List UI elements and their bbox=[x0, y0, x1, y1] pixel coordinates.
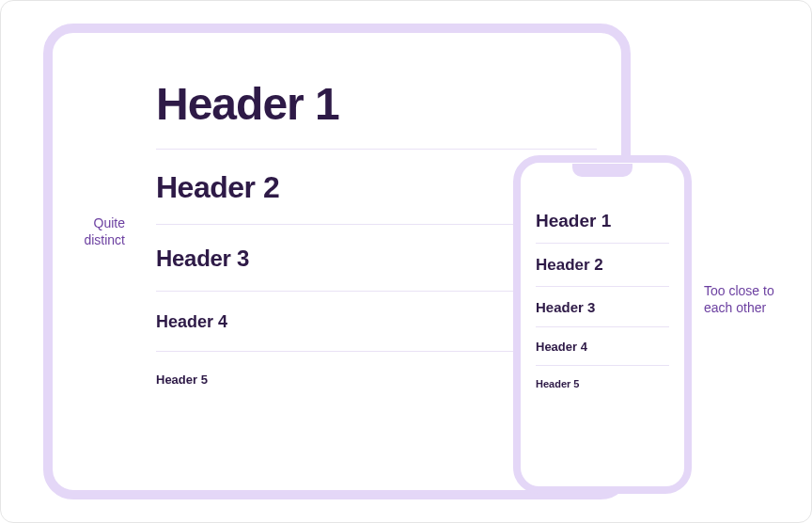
phone-content: Header 1 Header 2 Header 3 Header 4 Head… bbox=[536, 198, 669, 469]
phone-header-3: Header 3 bbox=[536, 299, 669, 315]
phone-h1-row: Header 1 bbox=[536, 198, 669, 243]
phone-header-1: Header 1 bbox=[536, 211, 669, 231]
diagram-stage: Header 1 Header 2 Header 3 Header 4 Head… bbox=[1, 1, 811, 522]
phone-device: Header 1 Header 2 Header 3 Header 4 Head… bbox=[513, 155, 692, 494]
phone-h3-row: Header 3 bbox=[536, 287, 669, 326]
phone-h2-row: Header 2 bbox=[536, 244, 669, 286]
phone-h5-row: Header 5 bbox=[536, 366, 669, 401]
tablet-h1-row: Header 1 bbox=[156, 57, 597, 149]
phone-header-5: Header 5 bbox=[536, 378, 669, 389]
phone-header-2: Header 2 bbox=[536, 256, 669, 275]
phone-h4-row: Header 4 bbox=[536, 327, 669, 365]
tablet-header-1: Header 1 bbox=[156, 78, 597, 130]
annotation-quite-distinct: Quite distinct bbox=[69, 215, 125, 248]
phone-header-4: Header 4 bbox=[536, 340, 669, 354]
annotation-too-close: Too close to each other bbox=[704, 283, 798, 316]
